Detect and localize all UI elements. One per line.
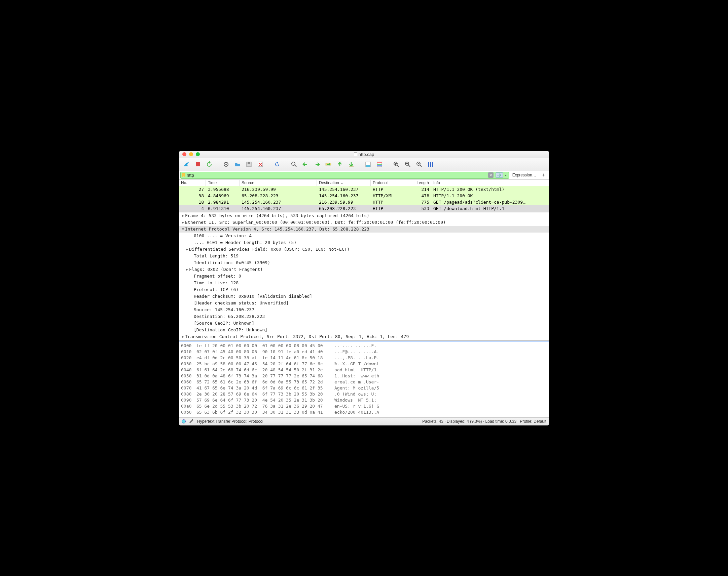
edit-icon[interactable] — [189, 419, 194, 425]
column-header-destination[interactable]: Destination▲ — [317, 180, 371, 186]
tree-item[interactable]: Source: 145.254.160.237 — [179, 307, 549, 313]
save-icon[interactable] — [244, 160, 254, 169]
expression-button[interactable]: Expression… — [509, 172, 540, 179]
svg-rect-11 — [366, 165, 370, 167]
column-header-info[interactable]: Info — [431, 180, 549, 186]
reload-icon[interactable] — [272, 160, 282, 169]
stop-icon[interactable] — [193, 160, 203, 169]
apply-filter-icon[interactable] — [495, 172, 503, 178]
hex-line[interactable]: 0000fe ff 20 00 01 00 00 00 01 00 00 00 … — [181, 343, 547, 349]
open-icon[interactable] — [233, 160, 242, 169]
tree-item[interactable]: Total Length: 519 — [179, 253, 549, 259]
disclosure-icon[interactable]: ▶ — [181, 212, 185, 219]
hex-line[interactable]: 00b065 63 6b 6f 2f 32 30 30 34 30 31 31 … — [181, 409, 547, 415]
tree-item[interactable]: Fragment offset: 0 — [179, 273, 549, 280]
colorize-icon[interactable] — [375, 160, 384, 169]
hex-line[interactable]: 009057 69 6e 64 6f 77 73 20 4e 54 20 35 … — [181, 397, 547, 403]
status-profile-text[interactable]: Profile: Default — [520, 419, 546, 424]
svg-rect-13 — [377, 162, 382, 163]
column-header-protocol[interactable]: Protocol — [371, 180, 401, 186]
close-file-icon[interactable] — [256, 160, 265, 169]
packet-bytes-hex[interactable]: 0000fe ff 20 00 01 00 00 00 01 00 00 00 … — [179, 342, 549, 417]
svg-point-2 — [225, 164, 227, 165]
tree-item[interactable]: [Source GeoIP: Unknown] — [179, 320, 549, 327]
disclosure-icon[interactable]: ▶ — [181, 334, 185, 340]
dropdown-icon[interactable]: ▾ — [504, 173, 507, 177]
tree-item[interactable]: .... 0101 = Header Length: 20 bytes (5) — [179, 239, 549, 246]
hex-line[interactable]: 00802e 30 20 28 57 69 6e 64 6f 77 73 3b … — [181, 391, 547, 397]
packet-row[interactable]: 384.84696965.208.228.223145.254.160.237H… — [179, 193, 549, 199]
packet-row[interactable]: 273.955688216.239.59.99145.254.160.237HT… — [179, 186, 549, 193]
first-icon[interactable] — [335, 160, 345, 169]
packet-list[interactable]: 273.955688216.239.59.99145.254.160.237HT… — [179, 186, 549, 212]
shark-fin-icon[interactable] — [182, 160, 191, 169]
close-icon[interactable] — [182, 152, 186, 156]
tree-item[interactable]: Header checksum: 0x9010 [validation disa… — [179, 293, 549, 300]
tree-item[interactable]: Identification: 0x0f45 (3909) — [179, 259, 549, 266]
svg-rect-15 — [377, 165, 382, 166]
titlebar: http.cap — [179, 151, 549, 158]
column-header-source[interactable]: Source — [240, 180, 317, 186]
expert-info-icon[interactable] — [182, 420, 186, 424]
tree-item[interactable]: ▶Transmission Control Protocol, Src Port… — [179, 334, 549, 340]
tree-item[interactable]: [Header checksum status: Unverified] — [179, 300, 549, 307]
svg-point-6 — [292, 162, 295, 165]
tree-item[interactable]: Time to live: 128 — [179, 280, 549, 286]
display-filter-input-wrap[interactable]: ✕ ▾ — [180, 172, 509, 179]
options-icon[interactable] — [221, 160, 231, 169]
resize-cols-icon[interactable] — [426, 160, 435, 169]
display-filter-input[interactable] — [187, 173, 487, 178]
last-icon[interactable] — [347, 160, 356, 169]
tree-item[interactable]: ▶Frame 4: 533 bytes on wire (4264 bits),… — [179, 212, 549, 219]
status-bar: Hypertext Transfer Protocol: Protocol Pa… — [179, 417, 549, 426]
hex-line[interactable]: 003025 bc a9 58 00 00 47 45 54 20 2f 64 … — [181, 361, 547, 367]
tree-item[interactable]: [Destination GeoIP: Unknown] — [179, 327, 549, 334]
svg-rect-9 — [349, 166, 354, 167]
packet-list-header: No. Time Source Destination▲ Protocol Le… — [179, 180, 549, 186]
status-mid-text: Packets: 43 · Displayed: 4 (9.3%) · Load… — [422, 419, 516, 424]
goto-icon[interactable] — [324, 160, 333, 169]
restart-icon[interactable] — [205, 160, 214, 169]
tree-item[interactable]: 0100 .... = Version: 4 — [179, 233, 549, 239]
next-icon[interactable] — [312, 160, 322, 169]
zoom-reset-icon[interactable] — [414, 160, 424, 169]
hex-line[interactable]: 00406f 61 64 2e 68 74 6d 6c 20 48 54 54 … — [181, 367, 547, 373]
tree-item[interactable]: Destination: 65.208.228.223 — [179, 313, 549, 320]
wireshark-window: http.cap ✕ ▾ Expression… + No. Time Sour… — [179, 151, 549, 426]
display-filter-bar: ✕ ▾ Expression… + — [179, 171, 549, 180]
packet-row[interactable]: 182.984291145.254.160.237216.239.59.99HT… — [179, 199, 549, 205]
find-icon[interactable] — [289, 160, 299, 169]
hex-line[interactable]: 0020e4 df 0d 2c 00 50 38 af fe 14 11 4c … — [181, 355, 547, 361]
packet-details-tree[interactable]: ▶Frame 4: 533 bytes on wire (4264 bits),… — [179, 212, 549, 341]
status-left-text: Hypertext Transfer Protocol: Protocol — [197, 419, 263, 424]
hex-line[interactable]: 00a065 6e 2d 55 53 3b 20 72 76 3a 31 2e … — [181, 403, 547, 409]
clear-filter-icon[interactable]: ✕ — [488, 172, 493, 178]
hex-line[interactable]: 007041 67 65 6e 74 3a 20 4d 6f 7a 69 6c … — [181, 385, 547, 391]
packet-row[interactable]: 40.911310145.254.160.23765.208.228.223HT… — [179, 205, 549, 212]
hex-line[interactable]: 001002 07 0f 45 40 00 80 06 90 10 91 fe … — [181, 349, 547, 355]
tree-item[interactable]: ▶Differentiated Services Field: 0x00 (DS… — [179, 246, 549, 253]
zoom-out-icon[interactable] — [403, 160, 412, 169]
disclosure-icon[interactable]: ▶ — [185, 246, 189, 253]
disclosure-icon[interactable]: ▶ — [185, 266, 189, 273]
column-header-time[interactable]: Time — [206, 180, 240, 186]
tree-item[interactable]: ▼Internet Protocol Version 4, Src: 145.2… — [179, 226, 549, 233]
column-header-length[interactable]: Length — [401, 180, 431, 186]
disclosure-icon[interactable]: ▼ — [181, 226, 185, 233]
bookmark-icon[interactable] — [182, 173, 185, 177]
main-toolbar — [179, 158, 549, 171]
minimize-icon[interactable] — [189, 152, 193, 156]
tree-item[interactable]: ▶Flags: 0x02 (Don't Fragment) — [179, 266, 549, 273]
fullscreen-icon[interactable] — [196, 152, 200, 156]
column-header-no[interactable]: No. — [179, 180, 206, 186]
tree-item[interactable]: Protocol: TCP (6) — [179, 286, 549, 293]
add-filter-button[interactable]: + — [540, 172, 548, 179]
prev-icon[interactable] — [301, 160, 310, 169]
hex-line[interactable]: 006065 72 65 61 6c 2e 63 6f 6d 0d 0a 55 … — [181, 379, 547, 385]
tree-item[interactable]: ▶Ethernet II, Src: Superlan_00:00:00 (00… — [179, 219, 549, 226]
autoscroll-icon[interactable] — [363, 160, 373, 169]
hex-line[interactable]: 005031 0d 0a 48 6f 73 74 3a 20 77 77 77 … — [181, 373, 547, 379]
zoom-in-icon[interactable] — [392, 160, 401, 169]
svg-rect-4 — [248, 162, 250, 164]
disclosure-icon[interactable]: ▶ — [181, 219, 185, 226]
